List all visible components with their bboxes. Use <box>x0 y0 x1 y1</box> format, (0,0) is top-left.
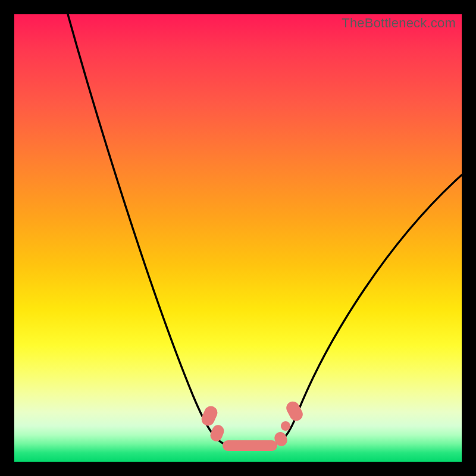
chart-svg <box>14 14 462 462</box>
blob-right-dot <box>281 421 290 431</box>
blob-bottom-bar <box>223 440 277 451</box>
blob-left-lower <box>208 423 226 443</box>
blob-left-upper <box>199 404 220 428</box>
plot-area: TheBottleneck.com <box>14 14 462 462</box>
outer-frame: TheBottleneck.com <box>0 0 476 476</box>
curve-path <box>68 14 462 447</box>
